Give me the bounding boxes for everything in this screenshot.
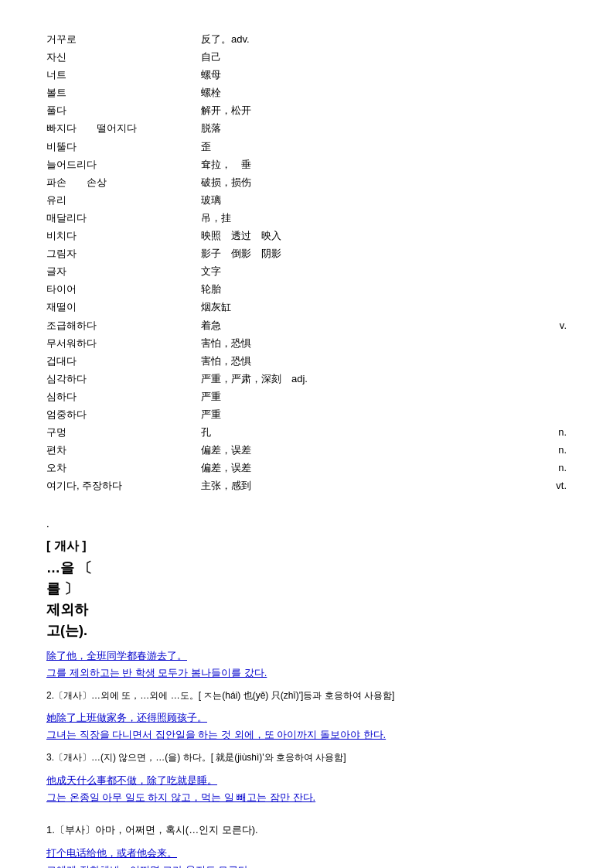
vocab-pos: n. bbox=[536, 442, 567, 459]
vocab-korean: 풀다 bbox=[46, 102, 201, 119]
table-row: 조급해하다着急v. bbox=[46, 317, 567, 334]
grammar-note-3: 3.〔개사〕…(지) 않으면，…(을) 하다。[ 就是(jiùshì)'와 호응… bbox=[46, 750, 567, 765]
vocab-korean: 심하다 bbox=[46, 388, 201, 405]
vocab-korean: 늘어드리다 bbox=[46, 156, 201, 173]
vocab-chinese: 烟灰缸 bbox=[201, 299, 567, 316]
vocab-chinese: 映照 透过 映入 bbox=[201, 227, 567, 244]
table-row: 글자文字 bbox=[46, 263, 567, 280]
table-row: 풀다解开，松开 bbox=[46, 102, 567, 119]
vocab-chinese: 脱落 bbox=[201, 120, 567, 137]
vocab-korean: 구멍 bbox=[46, 424, 201, 441]
table-row: 비뚤다歪 bbox=[46, 138, 567, 155]
table-row: 구멍孔n. bbox=[46, 424, 567, 441]
vocab-chinese: 主张，感到 bbox=[201, 477, 536, 494]
table-row: 매달리다吊，挂 bbox=[46, 210, 567, 227]
vocab-chinese: 螺栓 bbox=[201, 84, 567, 101]
grammar-pos-label: [ 개사 ] bbox=[46, 535, 567, 556]
table-row: 여기다, 주장하다主张，感到vt. bbox=[46, 477, 567, 494]
vocab-chinese: 孔 bbox=[201, 424, 536, 441]
example-block-1: 除了他，全班同学都春游去了。 그를 제외하고는 반 학생 모두가 봄나들이를 갔… bbox=[46, 648, 567, 682]
adverb-example-korean[interactable]: 그에게 전화해봐，어쩌면 그가 올지도 모른다. bbox=[46, 862, 567, 868]
vocab-chinese: 自己 bbox=[201, 49, 567, 66]
vocab-chinese: 严重，严肃，深刻 adj. bbox=[201, 371, 567, 388]
vocab-chinese: 害怕，恐惧 bbox=[201, 353, 567, 370]
vocab-pos: n. bbox=[536, 424, 567, 441]
vocab-korean: 여기다, 주장하다 bbox=[46, 477, 201, 494]
vocab-korean: 너트 bbox=[46, 67, 201, 84]
table-row: 편차偏差，误差n. bbox=[46, 442, 567, 459]
vocab-chinese: 歪 bbox=[201, 138, 567, 155]
vocab-chinese: 文字 bbox=[201, 263, 567, 280]
table-row: 심각하다严重，严肃，深刻 adj. bbox=[46, 371, 567, 388]
example1-chinese[interactable]: 除了他，全班同学都春游去了。 bbox=[46, 648, 567, 665]
table-row: 너트螺母 bbox=[46, 67, 567, 84]
table-row: 유리玻璃 bbox=[46, 192, 567, 209]
vocab-chinese: 着急 bbox=[201, 317, 536, 334]
vocab-pos: vt. bbox=[536, 477, 567, 494]
vocab-korean: 타이어 bbox=[46, 281, 201, 298]
vocab-korean: 오차 bbox=[46, 460, 201, 477]
vocab-korean: 거꾸로 bbox=[46, 31, 201, 48]
vocab-chinese: 玻璃 bbox=[201, 192, 567, 209]
vocab-korean: 볼트 bbox=[46, 84, 201, 101]
vocab-chinese: 螺母 bbox=[201, 67, 567, 84]
table-row: 늘어드리다耷拉， 垂 bbox=[46, 156, 567, 173]
usage-line1: …을 〔 bbox=[46, 560, 92, 576]
vocab-pos: v. bbox=[536, 317, 567, 334]
vocab-chinese: 偏差，误差 bbox=[201, 442, 536, 459]
dot-marker: · bbox=[46, 518, 567, 535]
vocab-korean: 무서워하다 bbox=[46, 335, 201, 352]
table-row: 파손 손상破损，损伤 bbox=[46, 174, 567, 191]
vocab-chinese: 轮胎 bbox=[201, 281, 567, 298]
vocab-korean: 겁대다 bbox=[46, 353, 201, 370]
usage-line2: 를 〕 bbox=[46, 581, 78, 596]
vocab-chinese: 严重 bbox=[201, 406, 567, 423]
grammar-title2: 고(는). bbox=[46, 623, 87, 638]
vocab-korean: 그림자 bbox=[46, 245, 201, 262]
vocab-korean: 편차 bbox=[46, 442, 201, 459]
example-block-2: 她除了上班做家务，还得照顾孩子。 그녀는 직장을 다니면서 집안일을 하는 것 … bbox=[46, 709, 567, 743]
vocab-chinese: 破损，损伤 bbox=[201, 174, 567, 191]
vocab-korean: 조급해하다 bbox=[46, 317, 201, 334]
vocab-chinese: 反了。adv. bbox=[201, 31, 567, 48]
table-row: 엄중하다严重 bbox=[46, 406, 567, 423]
vocab-korean: 자신 bbox=[46, 49, 201, 66]
example3-korean[interactable]: 그는 온종일 아무 일도 하지 않고，먹는 일 빼고는 잠만 잔다. bbox=[46, 789, 567, 806]
table-row: 오차偏差，误差n. bbox=[46, 460, 567, 477]
vocab-korean: 유리 bbox=[46, 192, 201, 209]
vocab-korean: 심각하다 bbox=[46, 371, 201, 388]
example2-chinese[interactable]: 她除了上班做家务，还得照顾孩子。 bbox=[46, 709, 567, 726]
adverb-section: 1.〔부사〕아마，어쩌면，혹시(…인지 모른다). 打个电话给他，或者他会来。 … bbox=[46, 822, 567, 868]
table-row: 비치다映照 透过 映入 bbox=[46, 227, 567, 244]
table-row: 거꾸로反了。adv. bbox=[46, 31, 567, 48]
example1-korean[interactable]: 그를 제외하고는 반 학생 모두가 봄나들이를 갔다. bbox=[46, 665, 567, 682]
example3-chinese[interactable]: 他成天什么事都不做，除了吃就是睡。 bbox=[46, 772, 567, 789]
vocab-korean: 글자 bbox=[46, 263, 201, 280]
adverb-example-chinese[interactable]: 打个电话给他，或者他会来。 bbox=[46, 845, 567, 862]
table-row: 타이어轮胎 bbox=[46, 281, 567, 298]
grammar-title: 제외하 bbox=[46, 602, 88, 617]
grammar-note-2: 2.〔개사〕…외에 또，…외에 …도。[ ㅈ는(hái) 也(yě) 只(zhī… bbox=[46, 688, 567, 703]
vocab-chinese: 吊，挂 bbox=[201, 210, 567, 227]
adverb-label: 1.〔부사〕아마，어쩌면，혹시(…인지 모른다). bbox=[46, 822, 567, 839]
table-row: 자신自己 bbox=[46, 49, 567, 66]
vocab-chinese: 严重 bbox=[201, 388, 567, 405]
table-row: 겁대다害怕，恐惧 bbox=[46, 353, 567, 370]
vocab-chinese: 偏差，误差 bbox=[201, 460, 536, 477]
vocab-korean: 재떨이 bbox=[46, 299, 201, 316]
vocab-chinese: 害怕，恐惧 bbox=[201, 335, 567, 352]
table-row: 빠지다 떨어지다脱落 bbox=[46, 120, 567, 137]
table-row: 무서워하다害怕，恐惧 bbox=[46, 335, 567, 352]
table-row: 볼트螺栓 bbox=[46, 84, 567, 101]
vocab-korean: 비뚤다 bbox=[46, 138, 201, 155]
vocab-korean: 비치다 bbox=[46, 227, 201, 244]
vocab-korean: 매달리다 bbox=[46, 210, 201, 227]
table-row: 심하다严重 bbox=[46, 388, 567, 405]
table-row: 재떨이烟灰缸 bbox=[46, 299, 567, 316]
grammar-section: · [ 개사 ] …을 〔 를 〕 제외하 고(는). 除了他，全班同学都春游去… bbox=[46, 518, 567, 806]
table-row: 그림자影子 倒影 阴影 bbox=[46, 245, 567, 262]
example2-korean[interactable]: 그녀는 직장을 다니면서 집안일을 하는 것 외에，또 아이까지 돌보아야 한다… bbox=[46, 726, 567, 743]
vocab-chinese: 耷拉， 垂 bbox=[201, 156, 567, 173]
grammar-usage: …을 〔 를 〕 제외하 고(는). bbox=[46, 558, 567, 641]
vocab-korean: 빠지다 떨어지다 bbox=[46, 120, 201, 137]
